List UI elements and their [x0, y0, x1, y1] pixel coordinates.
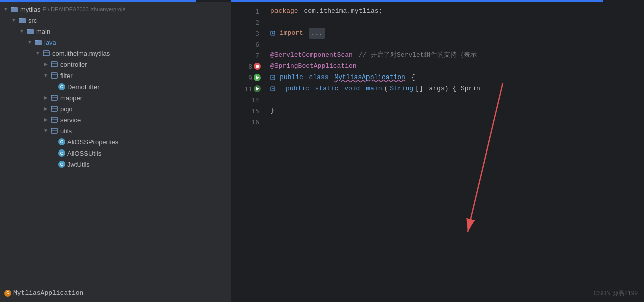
editor-wrapper: 1 2 3 6 7 8 — [231, 0, 644, 302]
tree-item-main[interactable]: main — [0, 26, 231, 37]
code-token: String — [390, 83, 413, 94]
label-controller: controller — [60, 61, 87, 68]
tree-item-service[interactable]: service — [0, 114, 231, 125]
arrow-mapper — [42, 94, 49, 101]
gutter-line-3: 3 — [231, 28, 262, 39]
code-token: { — [407, 72, 415, 83]
class-icon-demofilter: C — [58, 83, 65, 90]
label-mapper: mapper — [60, 94, 82, 102]
stop-icon[interactable] — [253, 62, 261, 70]
code-line-6 — [270, 39, 636, 50]
fold-icon-3[interactable] — [270, 31, 275, 36]
run-icon-9[interactable] — [253, 73, 261, 82]
package-icon-root — [42, 49, 50, 57]
gutter-line-16: 16 — [231, 116, 262, 127]
gutter-line-2: 2 — [231, 17, 262, 28]
run-icon-11[interactable] — [253, 85, 261, 93]
code-line-14 — [270, 94, 636, 105]
folder-icon-java — [34, 38, 42, 46]
arrow-utils — [42, 127, 49, 134]
svg-rect-18 — [51, 117, 57, 122]
code-token: package — [270, 6, 302, 17]
tree-item-alioss-utils[interactable]: C AliOSSUtils — [0, 147, 231, 159]
code-token: } — [270, 105, 274, 116]
label-service: service — [60, 116, 81, 124]
code-token: [] — [415, 83, 427, 94]
label-src: src — [28, 17, 37, 24]
selected-class-label: MytliasApplication — [13, 289, 83, 297]
package-icon-utils — [50, 127, 58, 135]
fold-icon-9[interactable] — [270, 75, 275, 80]
code-line-1: package com.itheima.mytlias; — [270, 6, 636, 17]
folder-icon-src — [18, 16, 26, 24]
watermark: CSDN @易2199 — [594, 289, 638, 298]
gutter-line-6: 6 — [231, 39, 262, 50]
code-line-2 — [270, 17, 636, 28]
code-line-9: public class MytliasApplication { — [270, 72, 636, 83]
code-line-8: @SpringBootApplication — [270, 61, 636, 72]
tree-item-src[interactable]: src — [0, 15, 231, 26]
code-token: static — [315, 83, 343, 94]
label-jwt-utils: JwtUtils — [67, 161, 90, 168]
tree-item-mytlias[interactable]: mytlias E:\IDEA\IDEA2023-zhuanye\proje — [0, 4, 231, 15]
class-icon-alioss-utils: C — [58, 149, 65, 157]
package-icon-pojo — [50, 105, 58, 113]
code-token: void — [344, 83, 364, 94]
tree-item-controller[interactable]: controller — [0, 59, 231, 70]
code-token: import — [280, 28, 307, 39]
svg-rect-10 — [51, 62, 57, 67]
tree-item-pojo[interactable]: pojo — [0, 103, 231, 114]
code-editor: 1 2 3 6 7 8 — [231, 0, 644, 302]
sidebar-selected-bar[interactable]: C MytliasApplication — [0, 284, 231, 302]
arrow-src — [10, 17, 17, 24]
code-area[interactable]: 1 2 3 6 7 8 — [231, 2, 644, 302]
arrow-mytlias — [2, 6, 9, 13]
line-num-2: 2 — [255, 19, 259, 26]
gutter-line-8: 8 — [231, 61, 262, 72]
tree-item-jwt-utils[interactable]: C JwtUtils — [0, 159, 231, 170]
code-token: com.itheima.mytlias; — [304, 6, 382, 17]
line-num-15: 15 — [251, 107, 259, 115]
label-mytlias: mytlias — [20, 6, 40, 13]
arrow-pojo — [42, 105, 49, 112]
label-java: java — [44, 39, 56, 46]
svg-rect-8 — [43, 51, 49, 56]
gutter-line-15: 15 — [231, 105, 262, 116]
gutter-line-7: 7 — [231, 50, 262, 61]
tree-item-demofilter[interactable]: C DemoFilter — [0, 81, 231, 92]
gutter-line-1: 1 — [231, 6, 262, 17]
tree-item-utils[interactable]: utils — [0, 125, 231, 136]
code-line-7: @ServletComponentScan // 开启了对Servlet组件的支… — [270, 50, 636, 61]
line-num-7: 7 — [255, 52, 259, 59]
package-icon-mapper — [50, 94, 58, 102]
package-icon-service — [50, 116, 58, 124]
arrow-controller — [42, 61, 49, 68]
tree-item-package-root[interactable]: com.itheima.mytlias — [0, 48, 231, 59]
svg-rect-5 — [27, 29, 30, 30]
tree-item-java[interactable]: java — [0, 37, 231, 48]
arrow-filter — [42, 72, 49, 79]
line-num-14: 14 — [251, 96, 259, 104]
svg-rect-1 — [11, 7, 14, 8]
code-token: // 开启了对Servlet组件的支持（表示 — [355, 50, 477, 61]
label-demofilter: DemoFilter — [67, 83, 100, 91]
package-icon-controller — [50, 60, 58, 68]
fold-icon-11[interactable] — [270, 86, 275, 91]
code-token-dots: ... — [309, 28, 325, 39]
class-icon-jwt-utils: C — [58, 161, 65, 168]
tree-item-mapper[interactable]: mapper — [0, 92, 231, 103]
tree-item-filter[interactable]: filter — [0, 70, 231, 81]
tree-item-alioss-props[interactable]: C AliOSSProperties — [0, 136, 231, 147]
label-main: main — [36, 28, 50, 35]
code-token: class — [309, 72, 333, 83]
line-num-6: 6 — [255, 41, 259, 48]
folder-icon-mytlias — [10, 5, 18, 13]
file-tree[interactable]: mytlias E:\IDEA\IDEA2023-zhuanye\proje s… — [0, 2, 231, 284]
code-line-11: public static void main ( String [] args… — [270, 83, 636, 94]
label-utils: utils — [60, 127, 72, 135]
code-line-16 — [270, 116, 636, 127]
svg-rect-7 — [35, 40, 38, 41]
svg-rect-14 — [51, 95, 57, 100]
package-icon-filter — [50, 71, 58, 80]
label-package-root: com.itheima.mytlias — [52, 50, 110, 57]
